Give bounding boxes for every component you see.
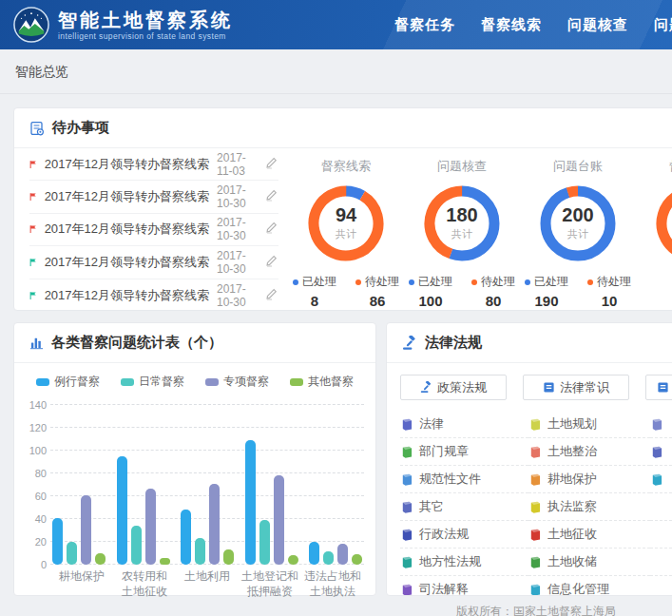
law-item-土地规划[interactable]: 土地规划 [528, 411, 650, 438]
law-item-label: 土地征收 [547, 526, 597, 543]
edit-icon[interactable] [265, 221, 278, 238]
y-tick-label: 20 [22, 536, 47, 548]
law-item [650, 549, 672, 576]
legend-item-日常督察[interactable]: 日常督察 [121, 374, 184, 390]
todo-item-date: 2017-11-03 [217, 151, 254, 178]
todo-item[interactable]: 2017年12月领导转办督察线索2017-10-30 [29, 279, 278, 311]
main-nav: 督察任务督察线索问题核查问题台账 [394, 0, 672, 49]
todo-card-body: 2017年12月领导转办督察线索2017-11-03 2017年12月领导转办督… [14, 148, 672, 311]
law-item-label: 规范性文件 [419, 471, 481, 488]
gavel-icon [402, 336, 417, 351]
laws-tab-1[interactable]: 政策法规 [400, 375, 507, 400]
legend-swatch-icon [121, 378, 134, 386]
processed-stat-value: 190 [534, 293, 558, 309]
law-item-司法解释[interactable]: 司法解释 [400, 576, 528, 596]
chart-card-title: 各类督察问题统计表（个） [51, 334, 222, 352]
legend-dot-icon [293, 279, 298, 285]
donut-title: 督察线索 [321, 158, 371, 175]
legend-item-其他督察[interactable]: 其他督察 [290, 374, 354, 390]
law-item-法律[interactable]: 法律 [400, 411, 528, 438]
donut-chart: 200共计 [538, 183, 618, 263]
law-item-label: 法律 [419, 415, 444, 433]
edit-icon[interactable] [265, 156, 278, 173]
law-item-耕地保护[interactable]: 耕地保护 [528, 466, 650, 493]
law-item[interactable] [650, 411, 672, 438]
law-item[interactable] [650, 438, 672, 466]
nav-item-3[interactable]: 问题核查 [567, 16, 628, 34]
law-item-label: 土地规划 [547, 415, 597, 433]
bar-group-1 [52, 495, 106, 565]
chart-legend: 例行督察日常督察专项督察其他督察 [14, 363, 375, 392]
law-item-label: 执法监察 [547, 498, 597, 515]
bar-例行督察 [117, 456, 127, 565]
laws-tabs: 政策法规 法律常识 [387, 363, 672, 411]
processed-stat: 已处理 8 [293, 274, 336, 309]
law-item-执法监察[interactable]: 执法监察 [528, 493, 650, 521]
nav-item-4[interactable]: 问题台账 [654, 16, 672, 34]
bar-专项督察 [145, 489, 156, 565]
todo-item[interactable]: 2017年12月领导转办督察线索2017-10-30 [29, 246, 278, 279]
todo-item-text: 2017年12月领导转办督察线索 [45, 156, 209, 173]
todo-item[interactable]: 2017年12月领导转办督察线索2017-10-30 [29, 181, 278, 213]
bar-专项督察 [337, 544, 348, 565]
law-item-行政法规[interactable]: 行政法规 [400, 521, 528, 549]
laws-tab-2[interactable]: 法律常识 [523, 375, 629, 400]
clipboard-icon [29, 121, 45, 136]
donut-legend: 已处理 100 待处理 80 [409, 274, 515, 309]
pending-stat: 待处理 10 [587, 274, 631, 309]
processed-stat-label: 已处理 [525, 274, 568, 290]
law-item[interactable] [650, 466, 672, 493]
legend-item-专项督察[interactable]: 专项督察 [205, 374, 269, 390]
todo-item[interactable]: 2017年12月领导转办督察线索2017-11-03 [29, 148, 278, 181]
todo-card-title: 待办事项 [52, 119, 109, 137]
donut-total-value: 94 [336, 205, 356, 224]
todo-item-text: 2017年12月领导转办督察线索 [45, 188, 209, 205]
edit-icon[interactable] [265, 254, 278, 271]
book-icon [528, 529, 541, 541]
laws-tab-3[interactable] [645, 375, 672, 400]
law-item-部门规章[interactable]: 部门规章 [400, 438, 528, 466]
bar-专项督察 [209, 484, 220, 565]
law-item-土地整治[interactable]: 土地整治 [528, 438, 650, 466]
edit-icon[interactable] [265, 188, 278, 205]
chart-card: 各类督察问题统计表（个） 例行督察日常督察专项督察其他督察 0204060801… [13, 322, 376, 596]
processed-stat-label: 已处理 [293, 274, 336, 290]
todo-card-header: 待办事项 [14, 108, 672, 148]
legend-dot-icon [587, 279, 593, 285]
bars-container [52, 405, 362, 565]
law-item-label: 信息化管理 [547, 581, 609, 596]
todo-item-text: 2017年12月领导转办督察线索 [45, 287, 209, 304]
nav-item-1[interactable]: 督察任务 [394, 16, 455, 34]
law-item-信息化管理[interactable]: 信息化管理 [528, 576, 650, 596]
law-item-土地征收[interactable]: 土地征收 [528, 521, 650, 549]
law-item-地方性法规[interactable]: 地方性法规 [400, 549, 528, 576]
x-axis-label: 耕地保护 [50, 569, 113, 599]
todo-item[interactable]: 2017年12月领导转办督察线索2017-10-30 [29, 214, 278, 246]
y-tick-label: 0 [22, 559, 47, 570]
law-item-规范性文件[interactable]: 规范性文件 [400, 466, 528, 493]
y-tick-label: 60 [22, 491, 47, 502]
app-logo[interactable]: 智能土地督察系统 intelligent supervision of stat… [13, 7, 233, 43]
donut-stat-3: 问题台账 200共计 已处理 190 待处理 10 [520, 156, 636, 311]
legend-dot-icon [525, 279, 530, 285]
top-navbar: 智能土地督察系统 intelligent supervision of stat… [0, 0, 672, 49]
logo-emblem-icon [13, 7, 49, 43]
legend-item-例行督察[interactable]: 例行督察 [36, 374, 100, 390]
donut-title: 问题台账 [553, 158, 603, 175]
donut-legend: 已处理 8 待处理 86 [293, 274, 399, 309]
law-item-土地收储[interactable]: 土地收储 [528, 549, 650, 576]
book-icon [400, 473, 413, 486]
brand-text: 智能土地督察系统 intelligent supervision of stat… [58, 10, 233, 41]
laws-tab-label: 法律常识 [560, 379, 609, 396]
book-icon [528, 556, 541, 568]
pending-stat-label: 待处理 [587, 274, 631, 290]
edit-icon[interactable] [265, 287, 278, 304]
nav-item-2[interactable]: 督察线索 [481, 16, 542, 34]
law-item-label: 行政法规 [419, 526, 469, 543]
book-icon [650, 473, 662, 486]
bar-日常督察 [195, 538, 205, 565]
donut-center: 200共计 [538, 183, 618, 263]
law-item-其它[interactable]: 其它 [400, 493, 528, 521]
donut-legend: 已处理 190 待处理 10 [525, 274, 631, 309]
law-item-label: 土地整治 [547, 443, 597, 460]
